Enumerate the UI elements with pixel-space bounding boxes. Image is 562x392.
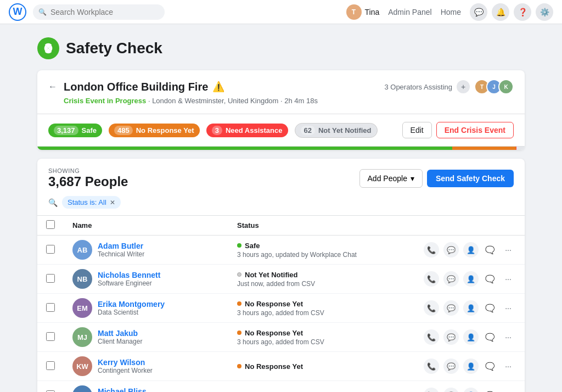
message-icon[interactable]: 🗨️ [482,242,497,257]
add-icon[interactable]: 👤 [463,271,479,287]
add-icon[interactable]: 👤 [463,300,479,316]
more-button[interactable]: ··· [501,388,516,392]
row-checkbox[interactable] [46,303,55,312]
row-checkbox[interactable] [46,332,55,341]
crisis-operators: 3 Operators Assisting + T J K [384,79,514,94]
chat-icon[interactable]: 💬 [443,242,459,257]
chat-icon[interactable]: 💬 [443,329,459,345]
person-actions: 📞 💬 👤 [424,242,479,257]
edit-button[interactable]: Edit [402,122,432,138]
safe-label: Safe [82,126,97,135]
phone-icon[interactable]: 📞 [424,242,439,257]
status-dot [237,301,241,306]
more-button[interactable]: ··· [501,300,516,316]
help-icon[interactable]: ❓ [514,3,531,21]
progress-safe [37,147,452,150]
person-name[interactable]: Adam Butler [98,242,144,250]
end-crisis-button[interactable]: End Crisis Event [436,122,514,138]
back-button[interactable]: ← [48,82,57,92]
status-info: No Response Yet 3 hours ago, added from … [237,329,324,346]
phone-icon[interactable]: 📞 [424,300,439,316]
person-name[interactable]: Nicholas Bennett [98,271,160,279]
person-name[interactable]: Kerry Wilson [98,358,153,367]
phone-icon[interactable]: 📞 [424,329,439,345]
phone-icon[interactable]: 📞 [424,271,439,287]
message-icon[interactable]: 🗨️ [482,329,497,345]
no-response-count: 485 [114,126,133,135]
not-notified-label: Not Yet Notified [318,126,372,135]
person-name[interactable]: Matt Jakub [98,329,142,338]
message-icon[interactable]: 🗨️ [482,271,497,287]
crisis-meta: Crisis Event in Progress · London & West… [64,97,514,105]
phone-icon[interactable]: 📞 [424,388,439,392]
settings-icon[interactable]: ⚙️ [536,3,553,21]
chat-icon[interactable]: 💬 [443,271,459,287]
chat-icon[interactable]: 💬 [470,3,487,21]
person-title: Software Engineer [98,279,160,287]
need-assistance-stat[interactable]: 3 Need Assistance [206,124,288,137]
user-profile[interactable]: T Tina [346,4,380,20]
person-title: Contingent Worker [98,367,153,374]
phone-icon[interactable]: 📞 [424,359,439,374]
status-actions: 📞 💬 👤 🗨️ ··· [424,300,516,316]
workplace-logo[interactable]: W [9,3,26,21]
message-icon[interactable]: 🗨️ [482,388,497,392]
send-safety-check-button[interactable]: Send Safety Check [427,170,514,187]
avatar: AB [72,240,92,260]
message-icon[interactable]: 🗨️ [482,359,497,374]
add-people-label: Add People [368,174,407,183]
row-checkbox[interactable] [46,361,55,370]
filter-chip-close[interactable]: ✕ [110,199,115,206]
top-navigation: W 🔍 T Tina Admin Panel Home 💬 🔔 ❓ ⚙️ [0,0,562,24]
home-link[interactable]: Home [441,8,461,16]
search-input[interactable] [33,4,165,20]
select-all-checkbox[interactable] [46,220,55,229]
message-icon[interactable]: 🗨️ [482,300,497,316]
crisis-card: ← London Office Building Fire ⚠️ 3 Opera… [37,70,525,150]
safe-stat[interactable]: 3,137 Safe [48,124,102,137]
add-operator-button[interactable]: + [457,80,470,93]
more-button[interactable]: ··· [501,329,516,345]
chat-icon[interactable]: 💬 [443,388,459,392]
no-response-stat[interactable]: 485 No Response Yet [109,124,200,137]
progress-bar [37,147,525,150]
add-people-button[interactable]: Add People ▾ [359,169,423,188]
not-notified-stat[interactable]: 62 Not Yet Notified [295,123,378,138]
row-checkbox[interactable] [46,390,55,393]
progress-no-response [452,147,516,150]
notifications-icon[interactable]: 🔔 [492,3,509,21]
status-filter-chip[interactable]: Status is: All ✕ [62,196,121,209]
person-name[interactable]: Michael Bliss [98,387,147,392]
person-name[interactable]: Erika Montgomery [98,300,165,309]
add-icon[interactable]: 👤 [463,359,479,374]
status-actions: 📞 💬 👤 🗨️ ··· [424,242,516,257]
row-checkbox[interactable] [46,245,55,254]
filter-search-icon: 🔍 [48,198,58,207]
status-cell: No Response Yet 3 hours ago, added from … [228,323,525,352]
dropdown-icon: ▾ [411,174,414,183]
add-icon[interactable]: 👤 [463,388,479,392]
people-count-area: SHOWING 3,687 People [48,167,128,189]
more-button[interactable]: ··· [501,359,516,374]
more-button[interactable]: ··· [501,271,516,287]
person-title: Technical Writer [98,250,144,258]
add-icon[interactable]: 👤 [463,329,479,345]
chat-icon[interactable]: 💬 [443,359,459,374]
operators-count: 3 Operators Assisting [384,83,452,91]
add-icon[interactable]: 👤 [463,242,479,257]
chat-icon[interactable]: 💬 [443,300,459,316]
people-section: SHOWING 3,687 People Add People ▾ Send S… [37,159,525,392]
status-name: No Response Yet [237,362,303,371]
status-dot [237,364,241,368]
person-details: Erika Montgomery Data Scientist [98,300,165,316]
more-button[interactable]: ··· [501,242,516,257]
admin-panel-link[interactable]: Admin Panel [388,8,431,16]
showing-label: SHOWING [48,167,128,174]
people-count: 3,687 People [48,174,128,189]
status-cell: Safe 3 hours ago, updated by Workplace C… [228,236,525,265]
crisis-name: London Office Building Fire [64,81,208,93]
filter-input[interactable] [125,198,514,207]
row-checkbox-cell [37,323,64,352]
person-info: KW Kerry Wilson Contingent Worker [72,356,220,376]
row-checkbox[interactable] [46,274,55,283]
